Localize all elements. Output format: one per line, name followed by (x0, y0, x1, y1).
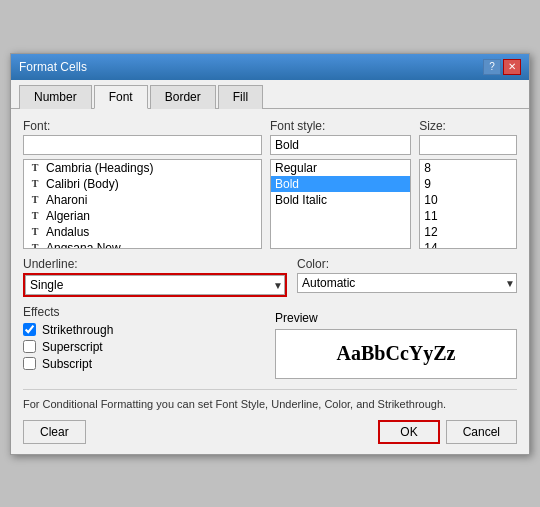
strikethrough-row: Strikethrough (23, 323, 265, 337)
font-item-label: Algerian (46, 209, 90, 223)
underline-label: Underline: (23, 257, 287, 271)
font-type-icon: T (28, 242, 42, 249)
style-list[interactable]: Regular Bold Bold Italic (270, 159, 411, 249)
color-select-wrap: Automatic ▼ (297, 273, 517, 293)
font-item-algerian[interactable]: T Algerian (24, 208, 261, 224)
superscript-checkbox[interactable] (23, 340, 36, 353)
color-select[interactable]: Automatic (297, 273, 517, 293)
font-type-icon: T (28, 194, 42, 205)
font-list[interactable]: T Cambria (Headings) T Calibri (Body) T … (23, 159, 262, 249)
color-section: Color: Automatic ▼ (297, 257, 517, 297)
font-item-label: Aharoni (46, 193, 87, 207)
tab-border[interactable]: Border (150, 85, 216, 109)
ok-button[interactable]: OK (378, 420, 439, 444)
size-label: Size: (419, 119, 517, 133)
font-item-cambria[interactable]: T Cambria (Headings) (24, 160, 261, 176)
subscript-label: Subscript (42, 357, 92, 371)
size-item-9[interactable]: 9 (420, 176, 516, 192)
style-item-label: Regular (275, 161, 317, 175)
size-item-8[interactable]: 8 (420, 160, 516, 176)
clear-button[interactable]: Clear (23, 420, 86, 444)
font-item-label: Calibri (Body) (46, 177, 119, 191)
cancel-button[interactable]: Cancel (446, 420, 517, 444)
dialog-title: Format Cells (19, 60, 87, 74)
button-row: Clear OK Cancel (23, 420, 517, 444)
size-item-14[interactable]: 14 (420, 240, 516, 249)
font-item-aharoni[interactable]: T Aharoni (24, 192, 261, 208)
font-type-icon: T (28, 162, 42, 173)
title-bar: Format Cells ? ✕ (11, 54, 529, 80)
size-item-11[interactable]: 11 (420, 208, 516, 224)
info-text: For Conditional Formatting you can set F… (23, 389, 517, 410)
dialog-body: Font: T Cambria (Headings) T Calibri (Bo… (11, 109, 529, 454)
size-input[interactable] (419, 135, 517, 155)
preview-section: Preview AaBbCcYyZz (275, 305, 517, 379)
effects-preview-row: Effects Strikethrough Superscript Subscr… (23, 305, 517, 379)
font-item-label: Angsana New (46, 241, 121, 249)
preview-label: Preview (275, 311, 517, 325)
font-label: Font: (23, 119, 262, 133)
font-item-label: Andalus (46, 225, 89, 239)
effects-section: Effects Strikethrough Superscript Subscr… (23, 305, 265, 379)
style-item-bold[interactable]: Bold (271, 176, 410, 192)
superscript-row: Superscript (23, 340, 265, 354)
style-column: Font style: Regular Bold Bold Italic (270, 119, 411, 249)
strikethrough-label: Strikethrough (42, 323, 113, 337)
style-input[interactable] (270, 135, 411, 155)
font-item-angsana[interactable]: T Angsana New (24, 240, 261, 249)
font-type-icon: T (28, 210, 42, 221)
font-item-label: Cambria (Headings) (46, 161, 153, 175)
tab-font[interactable]: Font (94, 85, 148, 109)
font-item-andalus[interactable]: T Andalus (24, 224, 261, 240)
top-section: Font: T Cambria (Headings) T Calibri (Bo… (23, 119, 517, 249)
style-item-label: Bold Italic (275, 193, 327, 207)
preview-text: AaBbCcYyZz (337, 342, 456, 365)
color-label: Color: (297, 257, 517, 271)
close-button[interactable]: ✕ (503, 59, 521, 75)
subscript-checkbox[interactable] (23, 357, 36, 370)
preview-box: AaBbCcYyZz (275, 329, 517, 379)
tab-fill[interactable]: Fill (218, 85, 263, 109)
underline-color-row: Underline: None Single Double Single Acc… (23, 257, 517, 297)
format-cells-dialog: Format Cells ? ✕ Number Font Border Fill… (10, 53, 530, 455)
help-button[interactable]: ? (483, 59, 501, 75)
size-item-12[interactable]: 12 (420, 224, 516, 240)
style-item-bold-italic[interactable]: Bold Italic (271, 192, 410, 208)
subscript-row: Subscript (23, 357, 265, 371)
superscript-label: Superscript (42, 340, 103, 354)
underline-select-wrap: None Single Double Single Accounting Dou… (23, 273, 287, 297)
effects-title: Effects (23, 305, 265, 319)
size-list[interactable]: 8 9 10 11 12 14 (419, 159, 517, 249)
font-input[interactable] (23, 135, 262, 155)
font-item-calibri[interactable]: T Calibri (Body) (24, 176, 261, 192)
underline-select[interactable]: None Single Double Single Accounting Dou… (25, 275, 285, 295)
tab-number[interactable]: Number (19, 85, 92, 109)
style-label: Font style: (270, 119, 411, 133)
font-type-icon: T (28, 226, 42, 237)
style-item-label: Bold (275, 177, 299, 191)
font-type-icon: T (28, 178, 42, 189)
underline-section: Underline: None Single Double Single Acc… (23, 257, 287, 297)
strikethrough-checkbox[interactable] (23, 323, 36, 336)
size-item-10[interactable]: 10 (420, 192, 516, 208)
size-column: Size: 8 9 10 11 12 14 (419, 119, 517, 249)
title-bar-buttons: ? ✕ (483, 59, 521, 75)
tab-bar: Number Font Border Fill (11, 80, 529, 109)
style-item-regular[interactable]: Regular (271, 160, 410, 176)
font-column: Font: T Cambria (Headings) T Calibri (Bo… (23, 119, 262, 249)
